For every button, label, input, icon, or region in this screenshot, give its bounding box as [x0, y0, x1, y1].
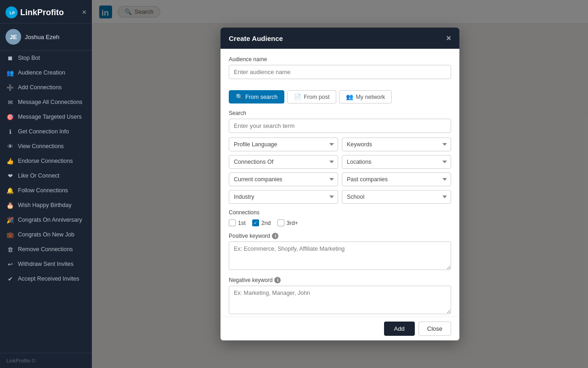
modal-body: Audience name 🔍 From search 📄 From post … [220, 49, 459, 316]
sidebar-item-message-targeted[interactable]: 🎯 Message Targeted Users [0, 109, 92, 124]
sidebar-item-view-connections[interactable]: 👁 View Connections [0, 139, 92, 154]
modal-overlay: Create Audience × Audience name 🔍 From s… [92, 0, 588, 368]
sidebar-item-get-connection-info[interactable]: ℹ Get Connection Info [0, 124, 92, 139]
modal-header: Create Audience × [220, 28, 459, 49]
connection-2nd[interactable]: ✓ 2nd [252, 219, 271, 226]
accept-received-invites-icon: ✔ [6, 275, 14, 282]
accept-received-invites-label: Accept Received Invites [18, 276, 79, 282]
search-field-label: Search [229, 110, 451, 116]
audience-creation-label: Audience Creation [18, 69, 65, 76]
create-audience-modal: Create Audience × Audience name 🔍 From s… [220, 28, 459, 340]
current-companies-dropdown[interactable]: Current companies [229, 172, 338, 186]
message-all-label: Message All Connections [18, 99, 82, 105]
negative-keyword-textarea[interactable] [229, 286, 451, 314]
sidebar-item-wish-happy-birthday[interactable]: 🎂 Wish Happy Birthday [0, 198, 92, 213]
past-companies-dropdown[interactable]: Past companies [342, 172, 451, 186]
wish-happy-birthday-icon: 🎂 [6, 201, 14, 209]
positive-keyword-info-icon[interactable]: ℹ [272, 233, 278, 239]
view-connections-label: View Connections [18, 143, 64, 150]
congrats-new-job-label: Congrats On New Job [18, 231, 74, 238]
get-connection-info-label: Get Connection Info [18, 128, 69, 135]
audience-name-label: Audience name [229, 56, 451, 63]
stop-bot-label: Stop Bot [18, 55, 40, 61]
remove-connections-label: Remove Connections [18, 246, 73, 253]
profile-language-dropdown[interactable]: Profile Language English Spanish [229, 138, 338, 151]
get-connection-info-icon: ℹ [6, 128, 14, 135]
sidebar-close-icon[interactable]: × [82, 8, 86, 17]
industry-dropdown[interactable]: Industry [229, 190, 338, 204]
user-name: Joshua Ezeh [25, 34, 59, 40]
view-connections-icon: 👁 [6, 143, 14, 150]
logo-icon: LP [6, 6, 17, 18]
message-all-icon: ✉ [6, 98, 14, 106]
tab-from-post[interactable]: 📄 From post [287, 90, 336, 104]
sidebar-item-accept-received-invites[interactable]: ✔ Accept Received Invites [0, 271, 92, 286]
main-area: in 🔍 Search Create Audience × Audience n… [92, 0, 588, 368]
network-tab-icon: 👥 [346, 93, 353, 100]
modal-title: Create Audience [229, 34, 283, 42]
sidebar-item-audience-creation[interactable]: 👥 Audience Creation [0, 65, 92, 80]
sidebar-item-congrats-new-job[interactable]: 💼 Congrats On New Job [0, 227, 92, 242]
avatar: JE [6, 29, 21, 45]
tab-my-network[interactable]: 👥 My network [339, 90, 392, 104]
checkbox-3rd[interactable] [277, 219, 284, 226]
add-connections-label: Add Connections [18, 84, 62, 91]
checkbox-1st[interactable] [229, 219, 236, 226]
post-tab-icon: 📄 [294, 93, 301, 100]
checkbox-2nd[interactable]: ✓ [252, 219, 259, 226]
sidebar-item-follow-connections[interactable]: 🔔 Follow Connections [0, 183, 92, 198]
modal-close-button[interactable]: × [446, 34, 451, 42]
add-button[interactable]: Add [384, 322, 415, 336]
congrats-anniversary-icon: 🎉 [6, 216, 14, 224]
follow-connections-icon: 🔔 [6, 187, 14, 194]
sidebar-item-congrats-anniversary[interactable]: 🎉 Congrats On Anniversary [0, 213, 92, 227]
message-targeted-icon: 🎯 [6, 113, 14, 121]
sidebar-item-like-or-connect[interactable]: ❤ Like Or Connect [0, 168, 92, 183]
withdraw-sent-invites-icon: ↩ [6, 260, 14, 268]
connection-1st[interactable]: 1st [229, 219, 246, 226]
audience-name-input[interactable] [229, 65, 451, 79]
sidebar: LP LinkProfito × JE Joshua Ezeh ⏹ Stop B… [0, 0, 92, 368]
message-targeted-label: Message Targeted Users [18, 114, 82, 120]
negative-keyword-info-icon[interactable]: ℹ [274, 277, 281, 283]
positive-keyword-label: Positive keyword ℹ [229, 233, 451, 239]
sidebar-logo-area: LP LinkProfito × [0, 0, 92, 23]
sidebar-footer: LinkProfito © [0, 353, 92, 368]
logo: LP LinkProfito [6, 6, 64, 18]
sidebar-item-remove-connections[interactable]: 🗑 Remove Connections [0, 242, 92, 257]
congrats-anniversary-label: Congrats On Anniversary [18, 217, 82, 223]
endorse-connections-icon: 👍 [6, 157, 14, 165]
add-connections-icon: ➕ [6, 84, 14, 91]
sidebar-item-stop-bot[interactable]: ⏹ Stop Bot [0, 51, 92, 65]
withdraw-sent-invites-label: Withdraw Sent Invites [18, 261, 74, 267]
svg-text:LP: LP [10, 11, 15, 15]
sidebar-item-add-connections[interactable]: ➕ Add Connections [0, 80, 92, 95]
remove-connections-icon: 🗑 [6, 246, 14, 253]
stop-bot-icon: ⏹ [6, 54, 14, 62]
connection-3rd-plus[interactable]: 3rd+ [277, 219, 298, 226]
endorse-connections-label: Endorse Connections [18, 158, 73, 164]
negative-keyword-label: Negative keyword ℹ [229, 277, 451, 283]
sidebar-item-message-all[interactable]: ✉ Message All Connections [0, 95, 92, 109]
connections-label: Connections [229, 209, 451, 216]
wish-happy-birthday-label: Wish Happy Birthday [18, 202, 72, 208]
dropdowns-grid: Profile Language English Spanish Keyword… [229, 138, 451, 204]
sidebar-item-withdraw-sent-invites[interactable]: ↩ Withdraw Sent Invites [0, 257, 92, 271]
locations-dropdown[interactable]: Locations [342, 155, 451, 169]
keywords-dropdown[interactable]: Keywords [342, 138, 451, 151]
close-button[interactable]: Close [418, 322, 451, 336]
search-term-input[interactable] [229, 119, 451, 133]
audience-creation-icon: 👥 [6, 69, 14, 76]
like-or-connect-label: Like Or Connect [18, 172, 59, 179]
like-or-connect-icon: ❤ [6, 172, 14, 179]
congrats-new-job-icon: 💼 [6, 231, 14, 238]
positive-keyword-textarea[interactable] [229, 242, 451, 270]
follow-connections-label: Follow Connections [18, 187, 68, 194]
tab-from-search[interactable]: 🔍 From search [229, 90, 284, 104]
connections-row: 1st ✓ 2nd 3rd+ [229, 219, 451, 226]
school-dropdown[interactable]: School [342, 190, 451, 204]
tab-row: 🔍 From search 📄 From post 👥 My network [229, 90, 451, 104]
connections-of-dropdown[interactable]: Connections Of [229, 155, 338, 169]
sidebar-item-endorse-connections[interactable]: 👍 Endorse Connections [0, 154, 92, 168]
search-tab-icon: 🔍 [236, 93, 243, 100]
